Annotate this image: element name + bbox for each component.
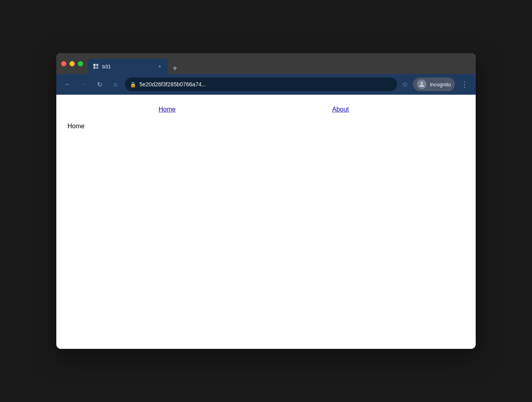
maximize-button[interactable] bbox=[78, 61, 83, 66]
address-bar[interactable]: 🔒 5e20d26f3f285b0766a74... bbox=[125, 78, 397, 91]
address-text: 5e20d26f3f285b0766a74... bbox=[139, 81, 392, 88]
svg-rect-1 bbox=[96, 64, 98, 66]
svg-rect-3 bbox=[96, 67, 98, 69]
new-tab-button[interactable]: + bbox=[169, 63, 181, 74]
svg-rect-0 bbox=[93, 64, 95, 66]
svg-rect-2 bbox=[93, 67, 95, 69]
browser-window: b31 × + ← → ↻ ⌂ 🔒 5e20d26f3f285b0766a74.… bbox=[56, 53, 476, 349]
minimize-button[interactable] bbox=[69, 61, 75, 66]
nav-link-home[interactable]: Home bbox=[152, 103, 182, 116]
forward-button[interactable]: → bbox=[77, 78, 90, 91]
page-heading: Home bbox=[67, 123, 468, 130]
back-button[interactable]: ← bbox=[61, 78, 74, 91]
title-bar: b31 × + bbox=[56, 53, 476, 74]
bookmark-button[interactable]: ☆ bbox=[400, 78, 410, 90]
incognito-label: Incognito bbox=[430, 82, 451, 88]
tab-favicon bbox=[93, 63, 99, 70]
traffic-lights bbox=[61, 61, 83, 66]
nav-link-about[interactable]: About bbox=[326, 103, 355, 116]
active-tab[interactable]: b31 × bbox=[88, 59, 168, 74]
lock-icon: 🔒 bbox=[130, 82, 136, 88]
home-button[interactable]: ⌂ bbox=[109, 78, 122, 91]
tab-bar: b31 × + bbox=[88, 53, 181, 74]
close-button[interactable] bbox=[61, 61, 66, 66]
nav-bar: ← → ↻ ⌂ 🔒 5e20d26f3f285b0766a74... ☆ Inc… bbox=[56, 74, 476, 95]
incognito-avatar bbox=[417, 80, 427, 89]
nav-links: Home About bbox=[64, 103, 468, 116]
more-options-button[interactable]: ⋮ bbox=[458, 78, 471, 91]
tab-title: b31 bbox=[102, 64, 153, 70]
reload-button[interactable]: ↻ bbox=[93, 78, 106, 91]
incognito-button[interactable]: Incognito bbox=[413, 78, 455, 91]
page-content: Home About Home bbox=[56, 95, 476, 349]
tab-close-button[interactable]: × bbox=[157, 63, 163, 70]
svg-rect-7 bbox=[420, 84, 424, 85]
